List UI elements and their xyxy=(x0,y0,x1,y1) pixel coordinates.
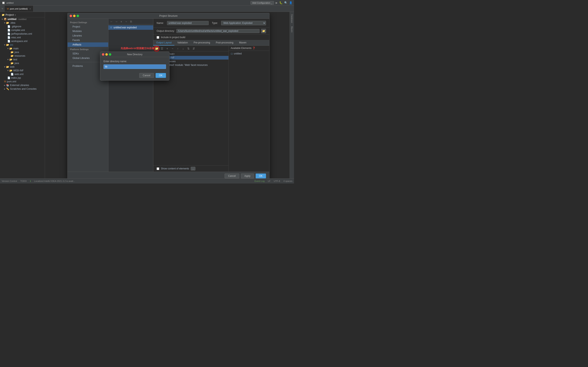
more-options-button[interactable]: ... xyxy=(191,167,195,170)
sidebar-item-misc[interactable]: 📄 misc.xml xyxy=(0,36,45,39)
sidebar-item-webinf[interactable]: ▾ 📂 WEB-INF xyxy=(0,69,45,72)
user-icon[interactable]: 👤 xyxy=(289,1,292,4)
resources-folder-icon: 📂 xyxy=(11,54,14,57)
scratches-label: Scratches and Consoles xyxy=(10,87,36,90)
close-tab-icon[interactable]: × xyxy=(30,8,31,10)
event-log-label[interactable]: Event Log xyxy=(254,180,265,182)
sidebar-item-pom[interactable]: M pom.xml xyxy=(0,80,45,83)
nav-item-libraries[interactable]: Libraries xyxy=(68,33,108,38)
line-ending: LF xyxy=(268,180,270,182)
sidebar-item-workspace[interactable]: 📄 workspace.xml xyxy=(0,39,45,43)
sidebar-item-external-libraries[interactable]: ▸ 📚 External Libraries xyxy=(0,83,45,87)
tab-pre-processing[interactable]: Pre-processing xyxy=(191,40,213,45)
sidebar-item-src[interactable]: ▾ 📂 src xyxy=(0,43,45,47)
web-expand-icon: ▾ xyxy=(4,66,5,68)
project-arrow-icon[interactable]: ▾ xyxy=(15,14,16,16)
tab-maven[interactable]: Maven xyxy=(236,40,249,45)
close-button[interactable] xyxy=(70,15,72,17)
sidebar-item-resources[interactable]: 📂 resources xyxy=(0,54,45,58)
test-expand-icon: ▾ xyxy=(7,58,9,61)
sort-desc-button[interactable]: ⇵ xyxy=(191,46,196,51)
new-dir-titlebar: New Directory xyxy=(100,52,169,57)
file-tree-toolbar: 📁 ☰ + − ↑ ↓ ⇅ ⇵ xyxy=(153,46,228,51)
sidebar-item-scratches[interactable]: ▸ ✏️ Scratches and Consoles xyxy=(0,87,45,91)
output-dir-input[interactable] xyxy=(176,29,259,33)
idea-label: .idea xyxy=(10,21,15,24)
nav-item-project[interactable]: Project xyxy=(68,25,108,29)
avail-item-untitled[interactable]: ◻ untitled xyxy=(229,52,269,56)
help-icon[interactable]: ❓ xyxy=(252,47,255,50)
main-label: main xyxy=(13,47,18,50)
maximize-button[interactable] xyxy=(77,15,79,17)
todo-label[interactable]: TODO xyxy=(20,180,27,182)
move-up-button[interactable]: ↑ xyxy=(175,46,180,51)
cancel-button[interactable]: Cancel xyxy=(225,174,239,178)
misc-label: misc.xml xyxy=(11,36,21,39)
show-content-checkbox[interactable] xyxy=(156,167,159,170)
tab-validation[interactable]: Validation xyxy=(174,40,191,45)
browse-dir-button[interactable]: 📁 xyxy=(261,29,266,33)
sidebar-item-idea[interactable]: ▾ 📂 .idea xyxy=(0,21,45,25)
pom-icon: M xyxy=(7,8,9,10)
remove-file-button[interactable]: − xyxy=(170,46,175,51)
back-nav-button[interactable]: ← xyxy=(109,19,114,24)
nav-item-modules[interactable]: Modules xyxy=(68,29,108,33)
sidebar-item-test-java[interactable]: 📂 java xyxy=(0,61,45,65)
debug-icon[interactable]: 🐛 xyxy=(279,1,283,4)
forward-nav-button[interactable]: → xyxy=(114,19,119,24)
test-java-folder-icon: 📂 xyxy=(11,62,14,65)
resources-label: resources xyxy=(15,54,25,57)
pom-xml-tab[interactable]: M pom.xml (untitled) × xyxy=(4,6,34,12)
type-select[interactable]: Web Application: Exploded xyxy=(221,21,266,25)
sidebar-item-webxml[interactable]: 📄 web.xml xyxy=(0,72,45,76)
artifact-item-war-exploded[interactable]: ⚙ untitled:war exploded xyxy=(108,25,153,30)
add-config-button[interactable]: Add Configuration _ xyxy=(251,1,274,5)
search-icon[interactable]: 🔍 xyxy=(284,1,287,4)
sidebar-item-java[interactable]: 📂 java xyxy=(0,50,45,54)
sidebar-item-gitignore[interactable]: 📄 .gitignore xyxy=(0,25,45,28)
sort-asc-button[interactable]: ⇅ xyxy=(186,46,191,51)
name-input[interactable] xyxy=(167,21,208,25)
new-dir-cancel-button[interactable]: Cancel xyxy=(139,73,154,78)
src-folder-icon: 📂 xyxy=(6,43,9,46)
copy-artifact-button[interactable]: ⎘ xyxy=(129,19,133,24)
list-view-button[interactable]: ☰ xyxy=(159,46,164,51)
sidebar-item-index-jsp[interactable]: 📄 index.jsp xyxy=(0,76,45,80)
webinf-expand-icon: ▾ xyxy=(7,69,9,72)
project-root-icon: 📦 xyxy=(4,18,7,21)
sidebar-item-untitled[interactable]: ▾ 📦 untitled ~/untitled xyxy=(0,17,45,21)
ok-button[interactable]: OK xyxy=(256,174,266,178)
create-dir-button[interactable]: 📁 xyxy=(154,46,159,51)
new-dir-traffic-lights xyxy=(102,53,111,56)
project-tool-button[interactable]: P xyxy=(0,6,4,12)
add-artifact-button[interactable]: + xyxy=(119,19,123,24)
tab-post-processing[interactable]: Post-processing xyxy=(213,40,236,45)
nav-item-facets[interactable]: Facets xyxy=(68,38,108,42)
dir-name-input[interactable] xyxy=(104,64,166,69)
maven-tab[interactable]: Maven xyxy=(290,25,294,34)
add-file-button[interactable]: + xyxy=(165,46,170,51)
run-icon[interactable]: ▶ xyxy=(276,1,278,4)
type-label: Type: xyxy=(212,22,218,25)
collapse-icon: ▾ xyxy=(2,18,3,21)
apply-button[interactable]: Apply xyxy=(241,174,254,178)
sidebar-item-test[interactable]: ▾ 📂 test xyxy=(0,58,45,61)
new-dir-maximize[interactable] xyxy=(109,53,111,56)
sidebar-label-untitled: untitled xyxy=(8,18,16,21)
remove-artifact-button[interactable]: − xyxy=(124,19,129,24)
move-down-button[interactable]: ↓ xyxy=(181,46,186,51)
version-control-label[interactable]: Version Control xyxy=(2,180,17,182)
database-tab[interactable]: Database xyxy=(290,13,294,25)
new-dir-close[interactable] xyxy=(102,53,104,56)
avail-untitled-label: untitled xyxy=(234,52,242,55)
sidebar-item-web[interactable]: ▾ 📂 web xyxy=(0,65,45,69)
include-in-build-checkbox[interactable] xyxy=(156,36,159,39)
sidebar-item-jar[interactable]: 📄 jarRepositories.xml xyxy=(0,32,45,36)
tab-output-layout[interactable]: Output Layout xyxy=(153,40,174,45)
new-dir-ok-button[interactable]: OK xyxy=(156,73,166,78)
sidebar-item-main[interactable]: ▾ 📂 main xyxy=(0,47,45,50)
new-dir-minimize[interactable] xyxy=(105,53,108,56)
sidebar-item-compiler[interactable]: 📄 compiler.xml xyxy=(0,28,45,32)
nav-item-artifacts[interactable]: Artifacts xyxy=(68,42,108,47)
minimize-button[interactable] xyxy=(73,15,76,17)
